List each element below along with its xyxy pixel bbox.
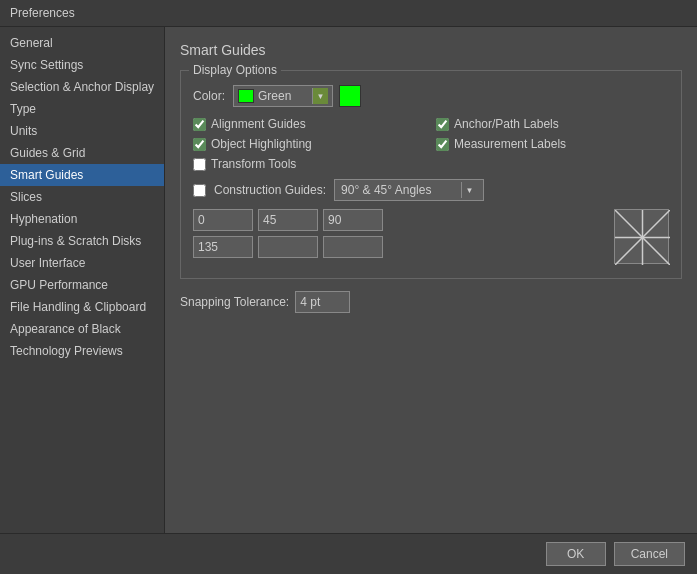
angle-inputs-area xyxy=(193,209,606,258)
checkbox-measurement-labels: Measurement Labels xyxy=(436,137,669,151)
sidebar-item-smart-guides[interactable]: Smart Guides xyxy=(0,164,164,186)
angle-input-45[interactable] xyxy=(258,209,318,231)
angle-diagram-svg xyxy=(615,210,670,265)
page-title: Smart Guides xyxy=(180,42,682,58)
angle-input-0[interactable] xyxy=(193,209,253,231)
construction-guides-row: Construction Guides: 90° & 45° Angles ▼ xyxy=(193,179,669,201)
checkbox-object-highlighting-input[interactable] xyxy=(193,138,206,151)
ok-button[interactable]: OK xyxy=(546,542,606,566)
sidebar-item-type[interactable]: Type xyxy=(0,98,164,120)
display-options-group: Display Options Color: Green ▼ Alignm xyxy=(180,70,682,279)
checkbox-alignment-guides-label: Alignment Guides xyxy=(211,117,306,131)
sidebar-item-plug-ins--scratch-disks[interactable]: Plug-ins & Scratch Disks xyxy=(0,230,164,252)
checkbox-measurement-labels-label: Measurement Labels xyxy=(454,137,566,151)
sidebar-item-gpu-performance[interactable]: GPU Performance xyxy=(0,274,164,296)
checkbox-measurement-labels-input[interactable] xyxy=(436,138,449,151)
content-area: GeneralSync SettingsSelection & Anchor D… xyxy=(0,27,697,533)
title-bar: Preferences xyxy=(0,0,697,27)
checkbox-transform-tools-label: Transform Tools xyxy=(211,157,296,171)
angle-input-90[interactable] xyxy=(323,209,383,231)
checkboxes-grid: Alignment Guides Anchor/Path Labels Obje… xyxy=(193,117,669,171)
sidebar-item-slices[interactable]: Slices xyxy=(0,186,164,208)
sidebar-item-guides--grid[interactable]: Guides & Grid xyxy=(0,142,164,164)
checkbox-anchor-path-labels-label: Anchor/Path Labels xyxy=(454,117,559,131)
angle-input-empty-1[interactable] xyxy=(258,236,318,258)
angle-input-empty-2[interactable] xyxy=(323,236,383,258)
sidebar-item-hyphenation[interactable]: Hyphenation xyxy=(0,208,164,230)
sidebar-item-technology-previews[interactable]: Technology Previews xyxy=(0,340,164,362)
checkbox-alignment-guides-input[interactable] xyxy=(193,118,206,131)
angles-row-1 xyxy=(193,209,606,231)
angles-row-2 xyxy=(193,236,606,258)
construction-guides-label: Construction Guides: xyxy=(214,183,326,197)
angle-input-135[interactable] xyxy=(193,236,253,258)
sidebar: GeneralSync SettingsSelection & Anchor D… xyxy=(0,27,165,533)
color-label: Color: xyxy=(193,89,225,103)
construction-dropdown-text: 90° & 45° Angles xyxy=(341,183,461,197)
color-row: Color: Green ▼ xyxy=(193,85,669,107)
checkbox-alignment-guides: Alignment Guides xyxy=(193,117,426,131)
construction-dropdown-arrow-icon[interactable]: ▼ xyxy=(461,182,477,198)
footer: OK Cancel xyxy=(0,533,697,574)
snapping-tolerance-input[interactable] xyxy=(295,291,350,313)
dialog: Preferences GeneralSync SettingsSelectio… xyxy=(0,0,697,574)
checkbox-object-highlighting: Object Highlighting xyxy=(193,137,426,151)
color-dropdown[interactable]: Green ▼ xyxy=(233,85,333,107)
checkbox-transform-tools-input[interactable] xyxy=(193,158,206,171)
angle-diagram xyxy=(614,209,669,264)
checkbox-anchor-path-labels: Anchor/Path Labels xyxy=(436,117,669,131)
color-dropdown-text: Green xyxy=(258,89,312,103)
sidebar-item-units[interactable]: Units xyxy=(0,120,164,142)
dropdown-arrow-icon[interactable]: ▼ xyxy=(312,88,328,104)
angle-inputs-row xyxy=(193,209,669,264)
sidebar-item-selection--anchor-display[interactable]: Selection & Anchor Display xyxy=(0,76,164,98)
snapping-tolerance-row: Snapping Tolerance: xyxy=(180,291,682,313)
checkbox-construction-guides-input[interactable] xyxy=(193,184,206,197)
snapping-tolerance-label: Snapping Tolerance: xyxy=(180,295,289,309)
checkbox-transform-tools: Transform Tools xyxy=(193,157,426,171)
construction-dropdown[interactable]: 90° & 45° Angles ▼ xyxy=(334,179,484,201)
sidebar-item-general[interactable]: General xyxy=(0,32,164,54)
group-legend: Display Options xyxy=(189,63,281,77)
color-swatch-inline xyxy=(238,89,254,103)
checkbox-anchor-path-labels-input[interactable] xyxy=(436,118,449,131)
sidebar-item-user-interface[interactable]: User Interface xyxy=(0,252,164,274)
sidebar-item-file-handling--clipboard[interactable]: File Handling & Clipboard xyxy=(0,296,164,318)
sidebar-item-appearance-of-black[interactable]: Appearance of Black xyxy=(0,318,164,340)
main-panel: Smart Guides Display Options Color: Gree… xyxy=(165,27,697,533)
color-swatch-large[interactable] xyxy=(339,85,361,107)
checkbox-object-highlighting-label: Object Highlighting xyxy=(211,137,312,151)
dialog-title: Preferences xyxy=(10,6,75,20)
sidebar-item-sync-settings[interactable]: Sync Settings xyxy=(0,54,164,76)
cancel-button[interactable]: Cancel xyxy=(614,542,685,566)
